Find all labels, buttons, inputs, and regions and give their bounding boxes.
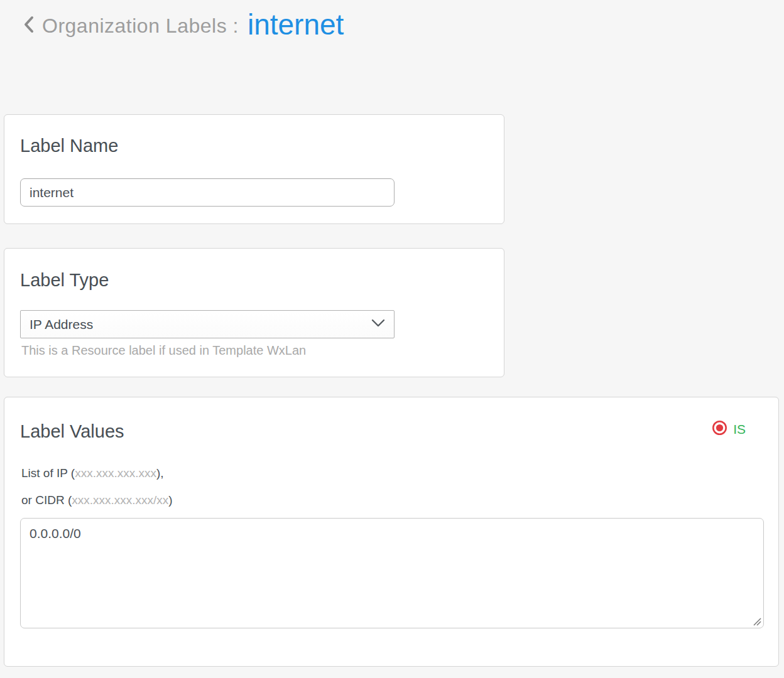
- hint-text: List of IP (: [21, 466, 75, 480]
- chevron-down-icon: [371, 319, 385, 330]
- label-type-heading: Label Type: [20, 270, 109, 291]
- label-name-input[interactable]: [20, 178, 395, 207]
- label-type-card: Label Type IP Address This is a Resource…: [4, 248, 504, 377]
- page-header: Organization Labels : internet: [21, 6, 344, 45]
- hint-placeholder: xxx.xxx.xxx.xxx/xx: [72, 493, 168, 507]
- record-icon[interactable]: [712, 420, 727, 438]
- hint-text: or CIDR (: [21, 493, 72, 507]
- cidr-format-hint: or CIDR (xxx.xxx.xxx.xxx/xx): [21, 493, 173, 507]
- label-values-card: Label Values IS List of IP (xxx.xxx.xxx.…: [4, 397, 779, 667]
- label-name-heading: Label Name: [20, 136, 118, 156]
- label-values-textarea[interactable]: 0.0.0.0/0: [20, 518, 764, 628]
- hint-text: ): [168, 493, 172, 507]
- page-title: Organization Labels :: [42, 14, 239, 38]
- hint-placeholder: xxx.xxx.xxx.xxx: [75, 466, 156, 480]
- label-type-select[interactable]: IP Address: [20, 310, 395, 338]
- hint-text: ),: [156, 466, 164, 480]
- label-values-status: IS: [712, 420, 746, 438]
- chevron-left-icon: [23, 14, 35, 37]
- label-type-selected-value: IP Address: [30, 317, 93, 332]
- organization-label-detail-page: Organization Labels : internet Label Nam…: [0, 0, 784, 678]
- label-type-helper-text: This is a Resource label if used in Temp…: [21, 343, 306, 358]
- status-is-label: IS: [733, 422, 746, 437]
- label-values-textarea-wrap: 0.0.0.0/0: [20, 518, 764, 628]
- label-name-card: Label Name: [4, 114, 504, 224]
- ip-format-hint: List of IP (xxx.xxx.xxx.xxx),: [21, 466, 164, 480]
- back-button[interactable]: [21, 14, 37, 37]
- label-values-heading: Label Values: [20, 421, 124, 442]
- page-title-label-name: internet: [248, 8, 344, 41]
